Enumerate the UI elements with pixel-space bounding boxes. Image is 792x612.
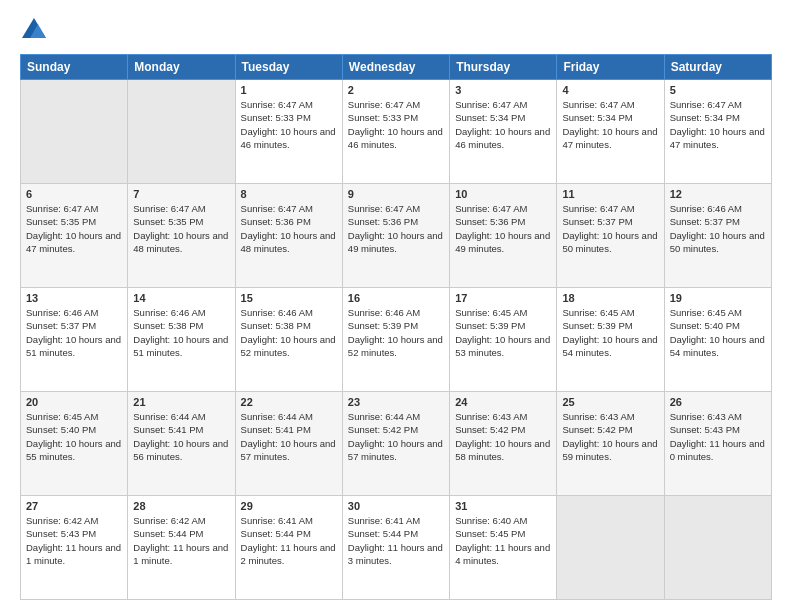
calendar-cell: 27Sunrise: 6:42 AM Sunset: 5:43 PM Dayli… <box>21 496 128 600</box>
calendar-cell: 10Sunrise: 6:47 AM Sunset: 5:36 PM Dayli… <box>450 184 557 288</box>
day-info: Sunrise: 6:45 AM Sunset: 5:39 PM Dayligh… <box>562 306 658 359</box>
calendar-week-row: 1Sunrise: 6:47 AM Sunset: 5:33 PM Daylig… <box>21 80 772 184</box>
day-info: Sunrise: 6:45 AM Sunset: 5:40 PM Dayligh… <box>670 306 766 359</box>
calendar-header-row: SundayMondayTuesdayWednesdayThursdayFrid… <box>21 55 772 80</box>
calendar-cell: 15Sunrise: 6:46 AM Sunset: 5:38 PM Dayli… <box>235 288 342 392</box>
calendar-cell: 8Sunrise: 6:47 AM Sunset: 5:36 PM Daylig… <box>235 184 342 288</box>
calendar-cell: 18Sunrise: 6:45 AM Sunset: 5:39 PM Dayli… <box>557 288 664 392</box>
day-info: Sunrise: 6:44 AM Sunset: 5:41 PM Dayligh… <box>241 410 337 463</box>
day-info: Sunrise: 6:44 AM Sunset: 5:42 PM Dayligh… <box>348 410 444 463</box>
header <box>20 16 772 44</box>
calendar-cell: 30Sunrise: 6:41 AM Sunset: 5:44 PM Dayli… <box>342 496 449 600</box>
calendar-cell: 19Sunrise: 6:45 AM Sunset: 5:40 PM Dayli… <box>664 288 771 392</box>
calendar-cell <box>21 80 128 184</box>
day-number: 4 <box>562 84 658 96</box>
day-info: Sunrise: 6:42 AM Sunset: 5:43 PM Dayligh… <box>26 514 122 567</box>
calendar-cell: 7Sunrise: 6:47 AM Sunset: 5:35 PM Daylig… <box>128 184 235 288</box>
day-info: Sunrise: 6:47 AM Sunset: 5:36 PM Dayligh… <box>348 202 444 255</box>
day-info: Sunrise: 6:47 AM Sunset: 5:35 PM Dayligh… <box>26 202 122 255</box>
logo <box>20 16 52 44</box>
day-number: 1 <box>241 84 337 96</box>
calendar-cell: 28Sunrise: 6:42 AM Sunset: 5:44 PM Dayli… <box>128 496 235 600</box>
day-of-week-header: Tuesday <box>235 55 342 80</box>
day-info: Sunrise: 6:47 AM Sunset: 5:36 PM Dayligh… <box>455 202 551 255</box>
calendar-cell: 26Sunrise: 6:43 AM Sunset: 5:43 PM Dayli… <box>664 392 771 496</box>
day-number: 15 <box>241 292 337 304</box>
day-of-week-header: Saturday <box>664 55 771 80</box>
day-info: Sunrise: 6:47 AM Sunset: 5:34 PM Dayligh… <box>562 98 658 151</box>
calendar-cell: 29Sunrise: 6:41 AM Sunset: 5:44 PM Dayli… <box>235 496 342 600</box>
day-number: 14 <box>133 292 229 304</box>
logo-icon <box>20 16 48 44</box>
day-number: 20 <box>26 396 122 408</box>
day-info: Sunrise: 6:46 AM Sunset: 5:38 PM Dayligh… <box>133 306 229 359</box>
day-info: Sunrise: 6:47 AM Sunset: 5:37 PM Dayligh… <box>562 202 658 255</box>
day-info: Sunrise: 6:43 AM Sunset: 5:43 PM Dayligh… <box>670 410 766 463</box>
calendar-cell: 14Sunrise: 6:46 AM Sunset: 5:38 PM Dayli… <box>128 288 235 392</box>
day-number: 30 <box>348 500 444 512</box>
calendar-cell: 1Sunrise: 6:47 AM Sunset: 5:33 PM Daylig… <box>235 80 342 184</box>
day-number: 25 <box>562 396 658 408</box>
calendar-week-row: 20Sunrise: 6:45 AM Sunset: 5:40 PM Dayli… <box>21 392 772 496</box>
day-number: 9 <box>348 188 444 200</box>
day-info: Sunrise: 6:45 AM Sunset: 5:39 PM Dayligh… <box>455 306 551 359</box>
day-number: 5 <box>670 84 766 96</box>
day-info: Sunrise: 6:47 AM Sunset: 5:36 PM Dayligh… <box>241 202 337 255</box>
day-number: 6 <box>26 188 122 200</box>
day-info: Sunrise: 6:46 AM Sunset: 5:38 PM Dayligh… <box>241 306 337 359</box>
day-number: 29 <box>241 500 337 512</box>
day-number: 26 <box>670 396 766 408</box>
day-info: Sunrise: 6:41 AM Sunset: 5:44 PM Dayligh… <box>241 514 337 567</box>
day-info: Sunrise: 6:44 AM Sunset: 5:41 PM Dayligh… <box>133 410 229 463</box>
day-number: 11 <box>562 188 658 200</box>
day-number: 2 <box>348 84 444 96</box>
calendar-cell <box>557 496 664 600</box>
day-number: 10 <box>455 188 551 200</box>
calendar-week-row: 13Sunrise: 6:46 AM Sunset: 5:37 PM Dayli… <box>21 288 772 392</box>
day-of-week-header: Sunday <box>21 55 128 80</box>
page: SundayMondayTuesdayWednesdayThursdayFrid… <box>0 0 792 612</box>
day-of-week-header: Wednesday <box>342 55 449 80</box>
calendar-week-row: 6Sunrise: 6:47 AM Sunset: 5:35 PM Daylig… <box>21 184 772 288</box>
calendar-cell: 13Sunrise: 6:46 AM Sunset: 5:37 PM Dayli… <box>21 288 128 392</box>
calendar-cell: 2Sunrise: 6:47 AM Sunset: 5:33 PM Daylig… <box>342 80 449 184</box>
day-of-week-header: Friday <box>557 55 664 80</box>
calendar-cell <box>128 80 235 184</box>
day-info: Sunrise: 6:47 AM Sunset: 5:33 PM Dayligh… <box>241 98 337 151</box>
calendar-cell: 25Sunrise: 6:43 AM Sunset: 5:42 PM Dayli… <box>557 392 664 496</box>
day-info: Sunrise: 6:42 AM Sunset: 5:44 PM Dayligh… <box>133 514 229 567</box>
day-info: Sunrise: 6:46 AM Sunset: 5:37 PM Dayligh… <box>670 202 766 255</box>
day-number: 22 <box>241 396 337 408</box>
day-of-week-header: Thursday <box>450 55 557 80</box>
day-number: 27 <box>26 500 122 512</box>
day-info: Sunrise: 6:43 AM Sunset: 5:42 PM Dayligh… <box>562 410 658 463</box>
calendar-cell: 11Sunrise: 6:47 AM Sunset: 5:37 PM Dayli… <box>557 184 664 288</box>
day-number: 21 <box>133 396 229 408</box>
day-info: Sunrise: 6:47 AM Sunset: 5:35 PM Dayligh… <box>133 202 229 255</box>
calendar-week-row: 27Sunrise: 6:42 AM Sunset: 5:43 PM Dayli… <box>21 496 772 600</box>
day-info: Sunrise: 6:40 AM Sunset: 5:45 PM Dayligh… <box>455 514 551 567</box>
day-info: Sunrise: 6:46 AM Sunset: 5:37 PM Dayligh… <box>26 306 122 359</box>
day-number: 8 <box>241 188 337 200</box>
day-number: 3 <box>455 84 551 96</box>
day-number: 7 <box>133 188 229 200</box>
day-number: 12 <box>670 188 766 200</box>
calendar-cell: 22Sunrise: 6:44 AM Sunset: 5:41 PM Dayli… <box>235 392 342 496</box>
calendar-cell: 31Sunrise: 6:40 AM Sunset: 5:45 PM Dayli… <box>450 496 557 600</box>
day-info: Sunrise: 6:47 AM Sunset: 5:34 PM Dayligh… <box>670 98 766 151</box>
day-number: 18 <box>562 292 658 304</box>
day-number: 23 <box>348 396 444 408</box>
calendar-cell: 3Sunrise: 6:47 AM Sunset: 5:34 PM Daylig… <box>450 80 557 184</box>
day-number: 31 <box>455 500 551 512</box>
day-info: Sunrise: 6:47 AM Sunset: 5:33 PM Dayligh… <box>348 98 444 151</box>
day-number: 13 <box>26 292 122 304</box>
day-of-week-header: Monday <box>128 55 235 80</box>
calendar-cell: 17Sunrise: 6:45 AM Sunset: 5:39 PM Dayli… <box>450 288 557 392</box>
day-number: 19 <box>670 292 766 304</box>
day-info: Sunrise: 6:41 AM Sunset: 5:44 PM Dayligh… <box>348 514 444 567</box>
calendar-cell: 24Sunrise: 6:43 AM Sunset: 5:42 PM Dayli… <box>450 392 557 496</box>
calendar-cell: 16Sunrise: 6:46 AM Sunset: 5:39 PM Dayli… <box>342 288 449 392</box>
day-info: Sunrise: 6:45 AM Sunset: 5:40 PM Dayligh… <box>26 410 122 463</box>
calendar-cell <box>664 496 771 600</box>
calendar-cell: 20Sunrise: 6:45 AM Sunset: 5:40 PM Dayli… <box>21 392 128 496</box>
